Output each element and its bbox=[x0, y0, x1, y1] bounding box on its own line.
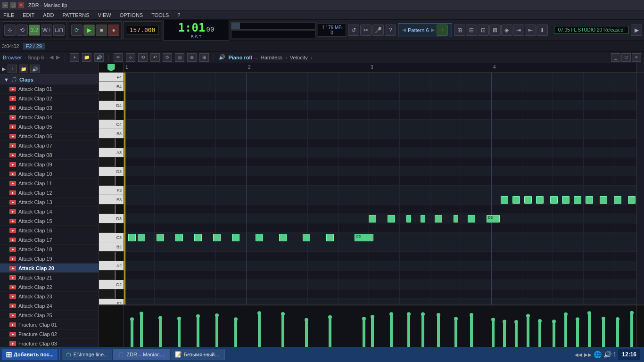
inst-item-18[interactable]: Attack Clap 19 bbox=[0, 254, 99, 263]
note-0[interactable] bbox=[128, 234, 136, 241]
note-16[interactable] bbox=[435, 215, 442, 222]
inst-item-11[interactable]: Attack Clap 12 bbox=[0, 188, 99, 197]
pr-tool-erase[interactable]: ↶ bbox=[150, 53, 160, 62]
note-23[interactable] bbox=[536, 196, 544, 204]
inst-item-23[interactable]: Attack Clap 24 bbox=[0, 301, 99, 311]
taskbar-item-0[interactable]: 🗀 E:\Image line... bbox=[62, 349, 112, 360]
cursor-tool[interactable]: ⊹ bbox=[4, 25, 16, 36]
inst-item-16[interactable]: Attack Clap 17 bbox=[0, 235, 99, 245]
pr-tool-strum[interactable]: ⟳ bbox=[163, 53, 172, 62]
note-26[interactable] bbox=[574, 196, 581, 204]
menu-edit[interactable]: EDIT bbox=[21, 12, 36, 18]
note-2[interactable] bbox=[157, 234, 164, 241]
note-28[interactable] bbox=[600, 196, 607, 204]
note-12[interactable] bbox=[369, 215, 376, 222]
stop-button[interactable]: ■ bbox=[96, 25, 107, 36]
pattern-tool-3[interactable]: ⊡ bbox=[478, 25, 489, 36]
pr-tool-select[interactable]: ⊹ bbox=[126, 53, 135, 62]
select-tool[interactable]: W+ bbox=[41, 25, 52, 36]
piano-key-Gs2[interactable] bbox=[99, 271, 116, 280]
menu-view[interactable]: VIEW bbox=[97, 12, 113, 18]
inst-item-24[interactable]: Attack Clap 25 bbox=[0, 311, 99, 320]
inst-item-5[interactable]: Attack Clap 06 bbox=[0, 132, 99, 141]
inst-item-8[interactable]: Attack Clap 09 bbox=[0, 160, 99, 169]
note-15[interactable] bbox=[421, 215, 425, 222]
pr-close[interactable]: × bbox=[632, 53, 641, 62]
note-grid[interactable]: C3D3 bbox=[124, 73, 636, 304]
cut-button[interactable]: ✂ bbox=[360, 25, 372, 36]
note-20[interactable] bbox=[501, 196, 508, 204]
pattern-tool-1[interactable]: ⊞ bbox=[454, 25, 465, 36]
menu-patterns[interactable]: PATTERNS bbox=[61, 12, 91, 18]
inst-item-20[interactable]: Attack Clap 21 bbox=[0, 273, 99, 282]
note-30[interactable] bbox=[628, 196, 636, 204]
taskbar-item-1[interactable]: 🎵 ZDR – Maniac.... bbox=[113, 349, 170, 360]
note-19[interactable]: D3 bbox=[487, 215, 500, 222]
note-24[interactable] bbox=[550, 196, 558, 204]
piano-key-E3[interactable]: E3 bbox=[99, 195, 124, 205]
start-button[interactable]: ⊞ Добавить пос... bbox=[2, 349, 58, 360]
piano-key-A2[interactable]: A2 bbox=[99, 261, 124, 271]
note-25[interactable] bbox=[562, 196, 570, 204]
pr-maximize[interactable]: □ bbox=[621, 53, 631, 62]
piano-key-As3[interactable] bbox=[99, 139, 116, 148]
prev-button[interactable]: ⟳ bbox=[71, 25, 83, 36]
note-29[interactable] bbox=[614, 196, 621, 204]
piano-key-D4[interactable]: D4 bbox=[99, 101, 124, 110]
note-13[interactable] bbox=[388, 215, 395, 222]
piano-key-Cs4[interactable] bbox=[99, 110, 116, 120]
timeline-header[interactable]: 1234 bbox=[124, 63, 636, 72]
add-track-button[interactable]: + bbox=[70, 53, 79, 62]
pr-tool-snap[interactable]: ⟲ bbox=[138, 53, 148, 62]
menu-tools[interactable]: TOOLS bbox=[150, 12, 170, 18]
piano-key-B3[interactable]: B3 bbox=[99, 129, 124, 139]
minimize-button[interactable]: – bbox=[2, 2, 8, 8]
claps-group-header[interactable]: ▼ 🎵 Claps bbox=[0, 75, 99, 84]
list-add-btn[interactable]: + bbox=[8, 65, 17, 73]
mic-button[interactable]: 🎤 bbox=[372, 25, 384, 36]
inst-item-25[interactable]: Fracture Clap 01 bbox=[0, 320, 99, 329]
note-11[interactable]: C3 bbox=[355, 234, 373, 241]
piano-key-Cs3[interactable] bbox=[99, 223, 116, 233]
paint-tool[interactable]: ⟲ bbox=[17, 25, 28, 36]
piano-keyboard[interactable]: F4E4D4C4B3A3G3F3E3D3C3B2A2G2F2E2D2 bbox=[99, 73, 124, 304]
piano-key-Gs3[interactable] bbox=[99, 157, 116, 167]
inst-item-14[interactable]: Attack Clap 15 bbox=[0, 216, 99, 226]
menu-help[interactable]: ? bbox=[176, 12, 182, 18]
inst-item-1[interactable]: Attack Clap 02 bbox=[0, 94, 99, 103]
inst-item-12[interactable]: Attack Clap 13 bbox=[0, 197, 99, 207]
note-1[interactable] bbox=[138, 234, 145, 241]
piano-key-Ds3[interactable] bbox=[99, 205, 116, 214]
tempo-display[interactable]: 157.000 bbox=[126, 25, 159, 35]
browser-nav-right[interactable]: ▶ bbox=[56, 54, 60, 60]
pattern-tool-5[interactable]: ◈ bbox=[501, 25, 512, 36]
info-arrow[interactable]: ▶ bbox=[631, 25, 642, 36]
note-21[interactable] bbox=[512, 196, 520, 204]
piano-key-Fs3[interactable] bbox=[99, 176, 116, 186]
pattern-tool-2[interactable]: ⊟ bbox=[466, 25, 477, 36]
piano-key-F3[interactable]: F3 bbox=[99, 186, 124, 195]
note-5[interactable] bbox=[213, 234, 221, 241]
pattern-tool-6[interactable]: ⇥ bbox=[513, 25, 524, 36]
piano-key-A3[interactable]: A3 bbox=[99, 148, 124, 157]
piano-key-C4[interactable]: C4 bbox=[99, 120, 124, 129]
inst-item-17[interactable]: Attack Clap 18 bbox=[0, 245, 99, 254]
maximize-button[interactable]: □ bbox=[10, 2, 17, 8]
note-10[interactable] bbox=[326, 234, 334, 241]
note-7[interactable] bbox=[256, 234, 263, 241]
note-3[interactable] bbox=[175, 234, 183, 241]
undo-button[interactable]: ↺ bbox=[348, 25, 359, 36]
inst-item-0[interactable]: Attack Clap 01 bbox=[0, 84, 99, 94]
menu-options[interactable]: OPTIONS bbox=[118, 12, 145, 18]
inst-item-9[interactable]: Attack Clap 10 bbox=[0, 169, 99, 179]
piano-key-E4[interactable]: E4 bbox=[99, 82, 124, 91]
pattern-tool-8[interactable]: ⬇ bbox=[537, 25, 548, 36]
note-4[interactable] bbox=[194, 234, 202, 241]
piano-key-F2[interactable]: F2 bbox=[99, 299, 124, 304]
menu-file[interactable]: FILE bbox=[2, 12, 16, 18]
taskbar-item-2[interactable]: 📝 Безымянный.... bbox=[171, 349, 225, 360]
note-9[interactable] bbox=[303, 234, 310, 241]
piano-key-G3[interactable]: G3 bbox=[99, 167, 124, 176]
inst-item-6[interactable]: Attack Clap 07 bbox=[0, 141, 99, 150]
pr-tool-detuner[interactable]: ⊞ bbox=[199, 53, 209, 62]
